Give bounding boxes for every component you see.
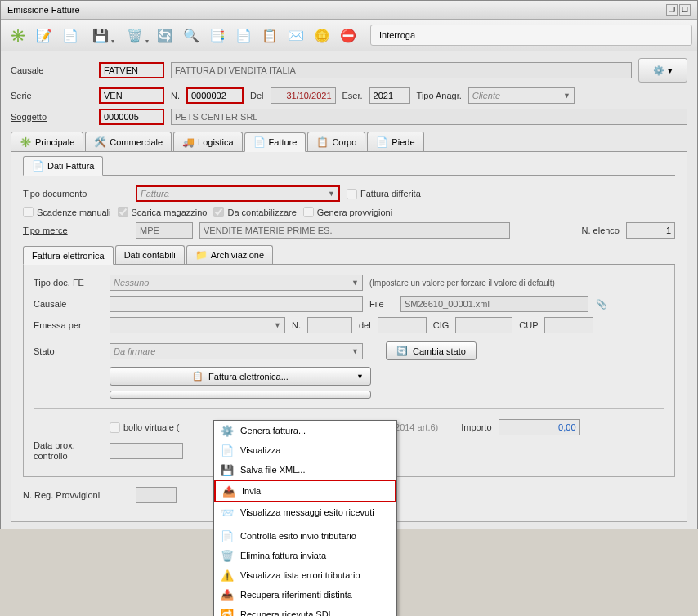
- data-prox-label: Data prox. controllo: [34, 440, 103, 462]
- menu-visualizza[interactable]: 📄Visualizza: [214, 440, 396, 460]
- scarica-magazzino-check: Scarica magazzino: [118, 207, 208, 217]
- menu-recupera-distinta[interactable]: 📥Recupera riferimenti distinta: [214, 585, 396, 605]
- copy-icon[interactable]: 📑: [205, 23, 230, 47]
- search-icon[interactable]: 🔍: [179, 23, 204, 47]
- app-window: Emissione Fatture ❐ ☐ ✳️ 📝 📄 💾 🗑️ 🔄 🔍 📑 …: [0, 0, 698, 529]
- tab-dati-contabili[interactable]: Dati contabili: [115, 245, 185, 264]
- interroga-field[interactable]: Interroga: [370, 25, 692, 46]
- causale-label: Causale: [11, 65, 92, 75]
- tipo-merce-desc: [199, 222, 510, 239]
- tipo-anagr-select[interactable]: Cliente▼: [468, 87, 575, 104]
- serie-label: Serie: [11, 91, 92, 100]
- menu-controlla-esito[interactable]: 📄Controlla esito invio tributario: [214, 526, 396, 546]
- menu-invia[interactable]: 📤Invia: [214, 480, 396, 502]
- refresh-icon[interactable]: 🔄: [153, 23, 177, 47]
- list-icon[interactable]: 📋: [257, 23, 282, 47]
- n-input[interactable]: [186, 87, 244, 104]
- titlebar: Emissione Fatture ❐ ☐: [1, 1, 697, 20]
- hint-text: (Impostare un valore per forzare il valo…: [369, 279, 555, 288]
- soggetto-label[interactable]: Soggetto: [11, 112, 92, 122]
- window-maximize-icon[interactable]: ☐: [679, 4, 691, 16]
- money-icon[interactable]: 🪙: [310, 23, 334, 47]
- tipo-documento-label: Tipo documento: [23, 189, 129, 199]
- eser-label: Eser.: [342, 91, 363, 100]
- data-prox-input[interactable]: [110, 443, 183, 459]
- edit-icon[interactable]: 📝: [32, 23, 56, 47]
- cup-label: CUP: [519, 320, 538, 330]
- menu-recupera-sdi[interactable]: 🔁Recupera ricevuta SDI: [214, 605, 396, 616]
- window-restore-icon[interactable]: ❐: [666, 4, 678, 16]
- empty-button[interactable]: [110, 391, 371, 399]
- soggetto-input[interactable]: [99, 109, 164, 125]
- causale-input[interactable]: [99, 62, 164, 78]
- gear-button[interactable]: ⚙️ ▾: [638, 58, 687, 83]
- subtab-dati-fattura[interactable]: 📄Dati Fattura: [23, 156, 103, 176]
- stato-label: Stato: [34, 346, 103, 356]
- move-icon[interactable]: 📄: [231, 23, 256, 47]
- cig-input[interactable]: [455, 317, 512, 333]
- message-icon: 📨: [221, 506, 234, 519]
- truck-icon: 🚚: [182, 136, 195, 148]
- new-icon[interactable]: ✳️: [6, 23, 30, 47]
- delete-icon: 🗑️: [221, 549, 234, 562]
- tipo-merce-input: [136, 222, 193, 239]
- emessa-per-select[interactable]: ▼: [110, 317, 285, 333]
- main-toolbar: ✳️ 📝 📄 💾 🗑️ 🔄 🔍 📑 📄 📋 ✉️ 🪙 ⛔ Interroga: [1, 20, 697, 51]
- menu-elimina-fattura[interactable]: 🗑️Elimina fattura inviata: [214, 546, 396, 565]
- tipo-doc-fe-select[interactable]: Nessuno▼: [110, 275, 363, 291]
- menu-visualizza-messaggi[interactable]: 📨Visualizza messaggi esito ricevuti: [214, 502, 396, 522]
- importo-input[interactable]: [499, 419, 580, 435]
- add-icon[interactable]: 📄: [58, 23, 83, 47]
- serie-input[interactable]: [99, 87, 164, 104]
- menu-salva-xml[interactable]: 💾Salva file XML...: [214, 460, 396, 480]
- tipo-documento-select[interactable]: Fattura▼: [136, 185, 340, 202]
- causale-desc: [171, 62, 632, 78]
- fe-dropdown-menu: ⚙️Genera fattura... 📄Visualizza 💾Salva f…: [213, 420, 397, 616]
- tab-principale[interactable]: ✳️Principale: [11, 132, 83, 151]
- fattura-elettronica-button[interactable]: 📋 Fattura elettronica... ▼: [110, 367, 371, 386]
- delete-icon[interactable]: 🗑️: [119, 23, 151, 47]
- file-action-icon[interactable]: 📎: [595, 297, 608, 310]
- save-icon: 💾: [221, 463, 234, 476]
- tab-piede[interactable]: 📄Piede: [367, 132, 423, 151]
- tools-icon: 🛠️: [94, 136, 106, 148]
- fe-n-label: N.: [292, 320, 301, 330]
- tipo-merce-label[interactable]: Tipo merce: [23, 225, 129, 235]
- retrieve-icon: 📥: [221, 588, 234, 601]
- tab-logistica[interactable]: 🚚Logistica: [173, 132, 242, 151]
- tab-fatture[interactable]: 📄Fatture: [244, 132, 306, 152]
- check-icon: 📄: [221, 529, 234, 542]
- fe-del-input[interactable]: [378, 317, 427, 333]
- soggetto-desc: [171, 109, 687, 125]
- error-icon: ⚠️: [221, 569, 234, 582]
- tab-commerciale[interactable]: 🛠️Commerciale: [85, 132, 172, 151]
- save-icon[interactable]: 💾: [84, 23, 117, 47]
- cambia-stato-button[interactable]: 🔄Cambia stato: [386, 341, 477, 360]
- fe-del-label: del: [359, 320, 371, 330]
- menu-genera-fattura[interactable]: ⚙️Genera fattura...: [214, 421, 396, 440]
- footer-icon: 📄: [376, 136, 388, 148]
- file-input: [400, 296, 588, 312]
- close-icon[interactable]: ⛔: [336, 23, 360, 47]
- mail-icon[interactable]: ✉️: [284, 23, 308, 47]
- list-icon: 📋: [316, 136, 329, 148]
- cup-input[interactable]: [544, 317, 593, 333]
- menu-lista-errori[interactable]: ⚠️Visualizza lista errori tributario: [214, 565, 396, 585]
- n-elenco-input[interactable]: [626, 222, 675, 239]
- eser-input[interactable]: [369, 87, 410, 104]
- n-elenco-label: N. elenco: [582, 225, 620, 235]
- tab-fe[interactable]: Fattura elettronica: [23, 246, 114, 265]
- n-reg-provvigioni-input: [136, 487, 177, 503]
- doc-icon: 📄: [253, 136, 266, 148]
- scadenze-manuali-check: Scadenze manuali: [23, 207, 111, 217]
- emessa-per-label: Emessa per: [34, 320, 103, 330]
- tab-archiviazione[interactable]: 📁Archiviazione: [186, 245, 273, 264]
- del-input: [271, 87, 336, 104]
- fe-causale-input[interactable]: [110, 296, 363, 312]
- tab-corpo[interactable]: 📋Corpo: [307, 132, 365, 151]
- view-icon: 📄: [221, 444, 234, 457]
- doc-icon: 📋: [192, 371, 204, 382]
- fe-n-input[interactable]: [307, 317, 352, 333]
- folder-icon: 📁: [195, 249, 208, 261]
- stato-select[interactable]: Da firmare▼: [110, 343, 363, 359]
